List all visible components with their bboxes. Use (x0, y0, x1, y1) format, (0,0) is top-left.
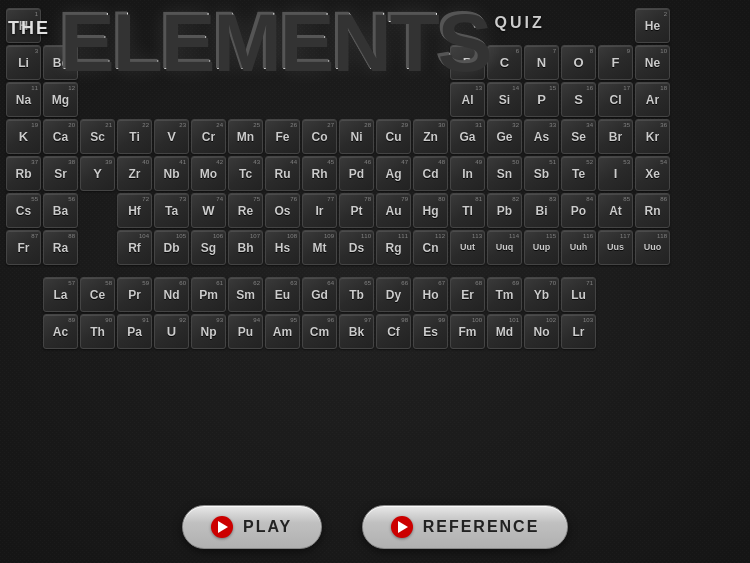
element-cell-Ne[interactable]: 10 Ne (635, 45, 670, 80)
element-cell-Mg[interactable]: 12 Mg (43, 82, 78, 117)
element-cell-Eu[interactable]: 63 Eu (265, 277, 300, 312)
element-cell-Ag[interactable]: 47 Ag (376, 156, 411, 191)
element-cell-Bk[interactable]: 97 Bk (339, 314, 374, 349)
element-cell-Mt[interactable]: 109 Mt (302, 230, 337, 265)
element-cell-Cl[interactable]: 17 Cl (598, 82, 633, 117)
element-cell-Lu[interactable]: 71 Lu (561, 277, 596, 312)
element-cell-Cs[interactable]: 55 Cs (6, 193, 41, 228)
element-cell-Am[interactable]: 95 Am (265, 314, 300, 349)
element-cell-I[interactable]: 53 I (598, 156, 633, 191)
element-cell-Ac[interactable]: 89 Ac (43, 314, 78, 349)
element-cell-Ra[interactable]: 88 Ra (43, 230, 78, 265)
element-cell-Na[interactable]: 11 Na (6, 82, 41, 117)
element-cell-Sr[interactable]: 38 Sr (43, 156, 78, 191)
element-cell-Cu[interactable]: 29 Cu (376, 119, 411, 154)
element-cell-O[interactable]: 8 O (561, 45, 596, 80)
element-cell-Pr[interactable]: 59 Pr (117, 277, 152, 312)
element-cell-Te[interactable]: 52 Te (561, 156, 596, 191)
element-cell-Ho[interactable]: 67 Ho (413, 277, 448, 312)
element-cell-F[interactable]: 9 F (598, 45, 633, 80)
element-cell-Pu[interactable]: 94 Pu (228, 314, 263, 349)
element-cell-Ga[interactable]: 31 Ga (450, 119, 485, 154)
element-cell-Fe[interactable]: 26 Fe (265, 119, 300, 154)
element-cell-Cr[interactable]: 24 Cr (191, 119, 226, 154)
element-cell-Cd[interactable]: 48 Cd (413, 156, 448, 191)
element-cell-Os[interactable]: 76 Os (265, 193, 300, 228)
element-cell-Ti[interactable]: 22 Ti (117, 119, 152, 154)
element-cell-Fm[interactable]: 100 Fm (450, 314, 485, 349)
element-cell-Nd[interactable]: 60 Nd (154, 277, 189, 312)
element-cell-Re[interactable]: 75 Re (228, 193, 263, 228)
element-cell-Hs[interactable]: 108 Hs (265, 230, 300, 265)
element-cell-Zr[interactable]: 40 Zr (117, 156, 152, 191)
element-cell-Dy[interactable]: 66 Dy (376, 277, 411, 312)
element-cell-Cn[interactable]: 112 Cn (413, 230, 448, 265)
element-cell-Uuq[interactable]: 114 Uuq (487, 230, 522, 265)
element-cell-Br[interactable]: 35 Br (598, 119, 633, 154)
element-cell-Md[interactable]: 101 Md (487, 314, 522, 349)
element-cell-Nb[interactable]: 41 Nb (154, 156, 189, 191)
element-cell-N[interactable]: 7 N (524, 45, 559, 80)
element-cell-Th[interactable]: 90 Th (80, 314, 115, 349)
element-cell-Mn[interactable]: 25 Mn (228, 119, 263, 154)
element-cell-Sn[interactable]: 50 Sn (487, 156, 522, 191)
element-cell-Cf[interactable]: 98 Cf (376, 314, 411, 349)
element-cell-Pa[interactable]: 91 Pa (117, 314, 152, 349)
element-cell-No[interactable]: 102 No (524, 314, 559, 349)
element-cell-Hf[interactable]: 72 Hf (117, 193, 152, 228)
element-cell-Tl[interactable]: 81 Tl (450, 193, 485, 228)
element-cell-Ir[interactable]: 77 Ir (302, 193, 337, 228)
element-cell-Tm[interactable]: 69 Tm (487, 277, 522, 312)
element-cell-Cm[interactable]: 96 Cm (302, 314, 337, 349)
element-cell-Uus[interactable]: 117 Uus (598, 230, 633, 265)
element-cell-Uuo[interactable]: 118 Uuo (635, 230, 670, 265)
element-cell-Np[interactable]: 93 Np (191, 314, 226, 349)
element-cell-H[interactable]: 1 H (6, 8, 41, 43)
element-cell-La[interactable]: 57 La (43, 277, 78, 312)
element-cell-Ru[interactable]: 44 Ru (265, 156, 300, 191)
element-cell-W[interactable]: 74 W (191, 193, 226, 228)
element-cell-Si[interactable]: 14 Si (487, 82, 522, 117)
element-cell-Uup[interactable]: 115 Uup (524, 230, 559, 265)
element-cell-P[interactable]: 15 P (524, 82, 559, 117)
element-cell-Be[interactable]: 4 Be (43, 45, 78, 80)
element-cell-S[interactable]: 16 S (561, 82, 596, 117)
element-cell-U[interactable]: 92 U (154, 314, 189, 349)
element-cell-Yb[interactable]: 70 Yb (524, 277, 559, 312)
element-cell-Ds[interactable]: 110 Ds (339, 230, 374, 265)
element-cell-Er[interactable]: 68 Er (450, 277, 485, 312)
element-cell-Rf[interactable]: 104 Rf (117, 230, 152, 265)
element-cell-Sc[interactable]: 21 Sc (80, 119, 115, 154)
element-cell-Sg[interactable]: 106 Sg (191, 230, 226, 265)
element-cell-B[interactable]: 5 B (450, 45, 485, 80)
element-cell-Au[interactable]: 79 Au (376, 193, 411, 228)
element-cell-Sb[interactable]: 51 Sb (524, 156, 559, 191)
play-button[interactable]: PLAY (182, 505, 322, 549)
element-cell-Tc[interactable]: 43 Tc (228, 156, 263, 191)
element-cell-Po[interactable]: 84 Po (561, 193, 596, 228)
element-cell-Zn[interactable]: 30 Zn (413, 119, 448, 154)
element-cell-Rg[interactable]: 111 Rg (376, 230, 411, 265)
element-cell-Se[interactable]: 34 Se (561, 119, 596, 154)
element-cell-Gd[interactable]: 64 Gd (302, 277, 337, 312)
element-cell-Y[interactable]: 39 Y (80, 156, 115, 191)
element-cell-Uuh[interactable]: 116 Uuh (561, 230, 596, 265)
element-cell-Ge[interactable]: 32 Ge (487, 119, 522, 154)
element-cell-At[interactable]: 85 At (598, 193, 633, 228)
element-cell-K[interactable]: 19 K (6, 119, 41, 154)
element-cell-Bh[interactable]: 107 Bh (228, 230, 263, 265)
element-cell-Li[interactable]: 3 Li (6, 45, 41, 80)
element-cell-Pt[interactable]: 78 Pt (339, 193, 374, 228)
element-cell-Rh[interactable]: 45 Rh (302, 156, 337, 191)
element-cell-Pm[interactable]: 61 Pm (191, 277, 226, 312)
element-cell-Es[interactable]: 99 Es (413, 314, 448, 349)
element-cell-Pb[interactable]: 82 Pb (487, 193, 522, 228)
element-cell-C[interactable]: 6 C (487, 45, 522, 80)
element-cell-Ni[interactable]: 28 Ni (339, 119, 374, 154)
element-cell-Db[interactable]: 105 Db (154, 230, 189, 265)
element-cell-Kr[interactable]: 36 Kr (635, 119, 670, 154)
element-cell-Ta[interactable]: 73 Ta (154, 193, 189, 228)
element-cell-In[interactable]: 49 In (450, 156, 485, 191)
element-cell-Co[interactable]: 27 Co (302, 119, 337, 154)
element-cell-Mo[interactable]: 42 Mo (191, 156, 226, 191)
